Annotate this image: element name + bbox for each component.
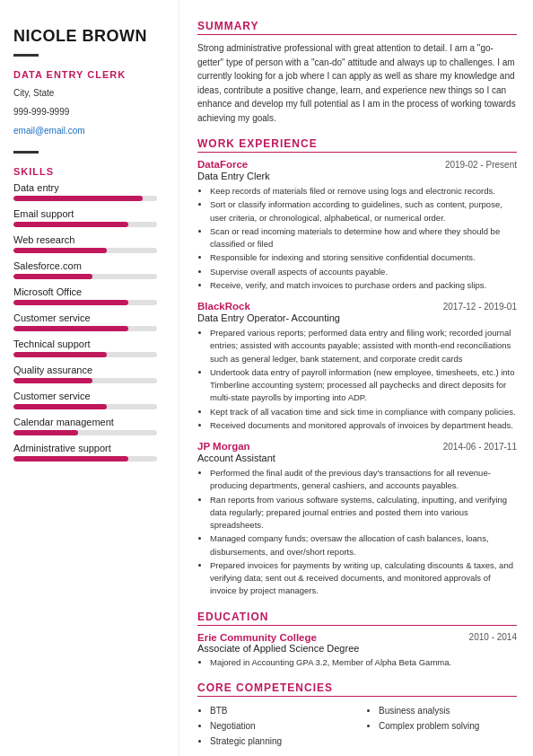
job-dates: 2014-06 - 2017-11	[443, 442, 517, 452]
job-header: DataForce 2019-02 - Present	[197, 159, 517, 170]
contact-phone: 999-999-9999	[13, 104, 165, 119]
skill-bar-bg	[13, 456, 157, 462]
skill-bar-fill	[13, 326, 128, 331]
bullet: Prepared various reports; performed data…	[210, 327, 517, 365]
job-header: JP Morgan 2014-06 - 2017-11	[197, 441, 517, 452]
education-block: Erie Community College 2010 - 2014 Assoc…	[197, 632, 517, 669]
skill-label: Calendar management	[13, 417, 165, 427]
skill-email-support: Email support	[13, 208, 165, 227]
summary-section-title: SUMMARY	[197, 20, 517, 35]
edu-dates: 2010 - 2014	[469, 632, 517, 643]
comp-item: Negotiation	[210, 718, 348, 734]
bullet: Undertook data entry of payroll informat…	[210, 366, 517, 405]
competencies-grid: BTB Negotiation Strategic planning Busin…	[197, 703, 517, 749]
bullet: Receive, verify, and match invoices to p…	[210, 279, 517, 292]
job-title: Data Entry Clerk	[197, 171, 517, 181]
job-header: BlackRock 2017-12 - 2019-01	[197, 301, 517, 312]
skill-data-entry: Data entry	[13, 182, 165, 201]
skill-bar-bg	[13, 300, 157, 305]
bullet: Prepared invoices for payments by writin…	[210, 559, 517, 598]
skill-customer-service-2: Customer service	[13, 391, 165, 409]
skill-bar-fill	[13, 404, 107, 409]
comp-item: BTB	[210, 703, 348, 718]
skill-bar-bg	[13, 378, 157, 383]
skill-technical-support: Technical support	[13, 338, 165, 357]
skill-bar-fill	[13, 378, 92, 383]
skill-bar-fill	[13, 430, 78, 435]
skill-label: Web research	[13, 234, 165, 245]
skill-bar-fill	[13, 248, 107, 253]
job-dates: 2017-12 - 2019-01	[443, 302, 517, 312]
skill-label: Quality assurance	[13, 365, 165, 375]
skill-web-research: Web research	[13, 234, 165, 253]
skill-label: Email support	[13, 208, 165, 219]
bullet: Keep records of materials filed or remov…	[210, 185, 517, 198]
skill-label: Customer service	[13, 312, 165, 323]
skill-bar-bg	[13, 222, 157, 227]
bullet: Supervise overall aspects of accounts pa…	[210, 266, 517, 278]
skill-label: Administrative support	[13, 443, 165, 453]
comp-item: Complex problem solving	[379, 718, 517, 734]
summary-text: Strong administrative professional with …	[197, 41, 517, 125]
bullet: Performed the final audit of the previou…	[210, 467, 517, 493]
comp-list: BTB Negotiation Strategic planning	[197, 703, 348, 749]
skill-calendar-management: Calendar management	[13, 417, 165, 435]
competencies-left: BTB Negotiation Strategic planning	[197, 703, 348, 749]
job-dates: 2019-02 - Present	[445, 160, 517, 170]
job-company: DataForce	[197, 159, 248, 170]
skill-bar-fill	[13, 352, 107, 357]
job-company: BlackRock	[197, 301, 250, 312]
candidate-name: NICOLE BROWN	[13, 27, 165, 47]
comp-list: Business analysis Complex problem solvin…	[366, 703, 517, 734]
skill-bar-bg	[13, 430, 157, 435]
contact-divider	[13, 151, 39, 154]
skill-microsoft-office: Microsoft Office	[13, 286, 165, 305]
contact-email: email@email.com	[13, 123, 165, 138]
skill-bar-bg	[13, 274, 157, 279]
bullet: Received documents and monitored approva…	[210, 419, 517, 432]
comp-item: Business analysis	[379, 703, 517, 718]
work-experience-title: WORK EXPERIENCE	[197, 137, 517, 153]
job-title: Account Assistant	[197, 453, 517, 463]
job-title: Data Entry Operator- Accounting	[197, 312, 517, 323]
skill-bar-fill	[13, 222, 128, 227]
skill-bar-fill	[13, 300, 128, 305]
skill-bar-bg	[13, 326, 157, 331]
edu-school: Erie Community College	[197, 632, 317, 643]
edu-header: Erie Community College 2010 - 2014	[197, 632, 517, 643]
skill-bar-bg	[13, 352, 157, 357]
job-blackrock: BlackRock 2017-12 - 2019-01 Data Entry O…	[197, 301, 517, 432]
job-bullets: Keep records of materials filed or remov…	[197, 185, 517, 292]
job-title-label: DATA ENTRY CLERK	[13, 69, 165, 80]
skill-bar-fill	[13, 196, 143, 201]
skill-label: Microsoft Office	[13, 286, 165, 297]
job-company: JP Morgan	[197, 441, 250, 452]
skill-bar-bg	[13, 248, 157, 253]
sidebar: NICOLE BROWN DATA ENTRY CLERK City, Stat…	[0, 0, 179, 756]
email-link[interactable]: email@email.com	[13, 126, 85, 136]
job-jpmorgan: JP Morgan 2014-06 - 2017-11 Account Assi…	[197, 441, 517, 598]
bullet: Sort or classify information according t…	[210, 198, 517, 224]
job-bullets: Prepared various reports; performed data…	[197, 327, 517, 432]
resume-page: NICOLE BROWN DATA ENTRY CLERK City, Stat…	[0, 0, 533, 756]
skill-bar-fill	[13, 274, 92, 279]
skill-bar-fill	[13, 456, 128, 462]
bullet: Managed company funds; oversaw the alloc…	[210, 532, 517, 558]
skill-label: Data entry	[13, 182, 165, 193]
competencies-right: Business analysis Complex problem solvin…	[366, 703, 517, 749]
bullet: Scan or read incoming materials to deter…	[210, 225, 517, 251]
contact-city: City, State	[13, 85, 165, 101]
job-bullets: Performed the final audit of the previou…	[197, 467, 517, 598]
bullet: Ran reports from various software system…	[210, 494, 517, 532]
bullet: Majored in Accounting GPA 3.2, Member of…	[210, 656, 517, 669]
skill-label: Technical support	[13, 338, 165, 349]
skill-customer-service-1: Customer service	[13, 312, 165, 331]
skill-label: Customer service	[13, 391, 165, 401]
skill-quality-assurance: Quality assurance	[13, 365, 165, 383]
bullet: Kept track of all vacation time and sick…	[210, 406, 517, 418]
skill-salesforce: Salesforce.com	[13, 260, 165, 279]
bullet: Responsible for indexing and storing sen…	[210, 251, 517, 264]
skill-label: Salesforce.com	[13, 260, 165, 271]
edu-degree: Associate of Applied Science Degree	[197, 643, 517, 654]
main-content: SUMMARY Strong administrative profession…	[179, 0, 533, 756]
